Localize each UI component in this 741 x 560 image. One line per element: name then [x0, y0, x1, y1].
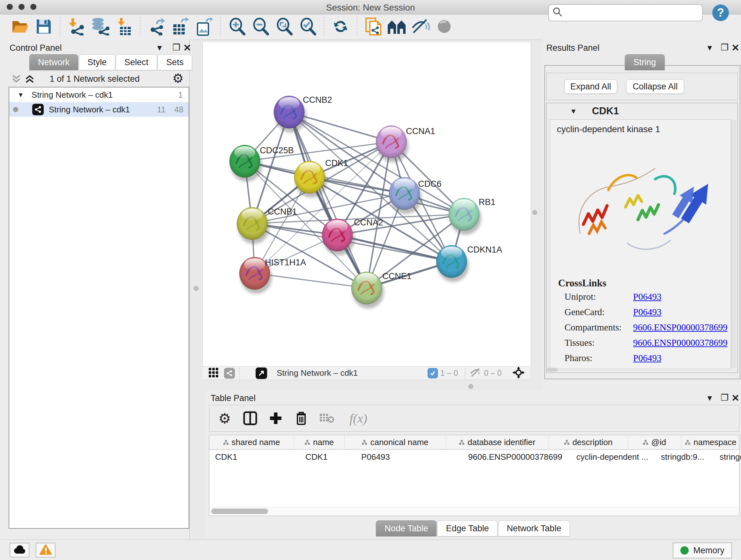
hide-graphics-details-button[interactable]: [412, 18, 429, 36]
panel-float-icon[interactable]: ❐: [721, 392, 729, 403]
network-view-toolbar: String Network – cdk1 1 – 0 0 – 0: [202, 366, 530, 380]
detach-view-icon[interactable]: [256, 368, 267, 379]
column-header-namespace[interactable]: namespace: [681, 435, 741, 449]
crosslink-value-link[interactable]: P06493: [633, 307, 662, 317]
tree-expand-arrow-icon[interactable]: ▼: [17, 91, 24, 99]
node-CDKN1A[interactable]: [436, 245, 469, 282]
results-horizontal-scrollbar[interactable]: [547, 368, 558, 372]
node-CCNA1[interactable]: [376, 125, 408, 162]
warning-icon: [39, 544, 52, 556]
import-network-file-button[interactable]: [68, 18, 85, 36]
table-cell[interactable]: stringdb: [714, 450, 741, 464]
save-session-button[interactable]: [35, 18, 53, 36]
zoom-selected-button[interactable]: [299, 18, 317, 36]
node-CDC25B[interactable]: [229, 145, 262, 182]
panel-close-icon[interactable]: ✕: [183, 42, 191, 53]
network-canvas[interactable]: CCNB2CCNA1CDC25BCDK1CDC6RB1CCNB1CCNA2CDK…: [202, 42, 531, 366]
table-cell[interactable]: CDK1: [300, 450, 355, 464]
column-header-canonical-name[interactable]: canonical name: [345, 435, 446, 449]
panel-float-icon[interactable]: ❐: [172, 42, 180, 53]
panel-close-icon[interactable]: ✕: [731, 42, 739, 53]
delete-column-trash-icon[interactable]: [293, 411, 309, 426]
bottom-splitter-handle[interactable]: [468, 384, 473, 389]
crosslink-value-link[interactable]: P06493: [633, 292, 662, 302]
open-session-button[interactable]: [11, 18, 29, 36]
tab-style[interactable]: Style: [79, 54, 115, 70]
right-splitter-handle[interactable]: [532, 210, 537, 215]
table-cell[interactable]: cyclin-dependent ...: [570, 450, 655, 464]
network-collection-row[interactable]: ▼ String Network – cdk1 1: [9, 87, 189, 102]
create-column-plus-icon[interactable]: [268, 411, 283, 426]
results-vertical-scrollbar[interactable]: [731, 120, 736, 368]
export-table-button[interactable]: [172, 18, 189, 36]
show-columns-icon[interactable]: [243, 411, 258, 426]
table-settings-gear-icon[interactable]: ⚙: [217, 411, 232, 426]
tab-string[interactable]: String: [625, 54, 665, 70]
panel-float-icon[interactable]: ❐: [721, 42, 729, 53]
table-cell[interactable]: P06493: [355, 450, 462, 464]
expand-all-button[interactable]: Expand All: [564, 79, 617, 94]
tab-network[interactable]: Network: [29, 54, 78, 70]
cloud-status-button[interactable]: [10, 543, 29, 557]
collapse-all-button[interactable]: Collapse All: [626, 79, 684, 94]
zoom-in-button[interactable]: [228, 18, 246, 36]
warnings-button[interactable]: [36, 543, 56, 557]
gear-icon[interactable]: ⚙: [172, 71, 184, 85]
gene-name: CDK1: [592, 105, 619, 117]
column-header-shared-name[interactable]: shared name: [209, 435, 294, 449]
column-header--id[interactable]: @id: [628, 435, 681, 449]
search-input[interactable]: [566, 8, 702, 18]
search-box[interactable]: [548, 4, 703, 21]
node-CCNB2[interactable]: [274, 96, 307, 132]
hidden-eye-slash-icon[interactable]: [470, 368, 481, 379]
selected-checkbox-icon[interactable]: [428, 368, 438, 378]
tab-node-table[interactable]: Node Table: [376, 520, 436, 537]
network-overview-button[interactable]: [388, 18, 406, 36]
scrollbar-thumb[interactable]: [211, 509, 268, 514]
column-header-name[interactable]: name: [294, 435, 345, 449]
export-network-icon: [148, 17, 165, 37]
help-button[interactable]: ?: [712, 4, 729, 21]
tab-edge-table[interactable]: Edge Table: [437, 520, 497, 537]
zoom-out-button[interactable]: [252, 18, 269, 36]
grid-view-icon[interactable]: [209, 368, 218, 379]
network-row[interactable]: String Network – cdk1 11 48: [9, 102, 189, 117]
apply-layout-button[interactable]: [332, 18, 349, 36]
left-splitter-handle[interactable]: [194, 286, 199, 291]
node-CCNE1[interactable]: [351, 272, 384, 308]
table-cell[interactable]: stringdb:9...: [655, 450, 714, 464]
column-header-description[interactable]: description: [549, 435, 628, 449]
tab-select[interactable]: Select: [116, 54, 157, 70]
column-header-database-identifier[interactable]: database identifier: [446, 435, 549, 449]
export-image-button[interactable]: [195, 18, 213, 36]
zoom-fit-button[interactable]: [275, 18, 293, 36]
panel-close-icon[interactable]: ✕: [731, 392, 739, 403]
node-RB1[interactable]: [449, 198, 481, 235]
clone-network-button[interactable]: [364, 18, 382, 36]
tab-sets[interactable]: Sets: [158, 54, 192, 70]
birdseye-crosshair-icon[interactable]: [513, 367, 525, 380]
tab-network-table[interactable]: Network Table: [498, 520, 570, 537]
share-view-icon[interactable]: [224, 368, 235, 379]
node-CDK1[interactable]: [294, 161, 327, 198]
crosslink-value-link[interactable]: 9606.ENSP00000378699: [633, 337, 728, 348]
node-label-RB1: RB1: [479, 197, 495, 207]
panel-menu-arrow-icon[interactable]: ▼: [156, 44, 163, 52]
table-row[interactable]: CDK1CDK1P064939606.ENSP00000378699cyclin…: [209, 450, 739, 464]
crosslink-value-link[interactable]: 9606.ENSP00000378699: [633, 322, 728, 333]
panel-menu-arrow-icon[interactable]: ▼: [706, 394, 714, 402]
table-horizontal-scrollbar[interactable]: [209, 507, 738, 516]
export-network-button[interactable]: [148, 18, 165, 36]
table-cell[interactable]: 9606.ENSP00000378699: [462, 450, 570, 464]
memory-button[interactable]: Memory: [673, 543, 732, 558]
show-graphics-details-button[interactable]: [435, 18, 453, 36]
function-builder-icon[interactable]: f(x): [345, 411, 372, 426]
delete-table-icon[interactable]: [319, 411, 334, 426]
section-collapse-arrow-icon[interactable]: ▼: [570, 107, 577, 116]
crosslink-value-link[interactable]: P06493: [633, 353, 662, 363]
table-cell[interactable]: CDK1: [209, 450, 300, 464]
import-network-database-button[interactable]: [91, 18, 109, 36]
node-CCNA2[interactable]: [322, 219, 354, 255]
panel-menu-arrow-icon[interactable]: ▼: [706, 44, 714, 52]
import-table-button[interactable]: [115, 18, 133, 36]
